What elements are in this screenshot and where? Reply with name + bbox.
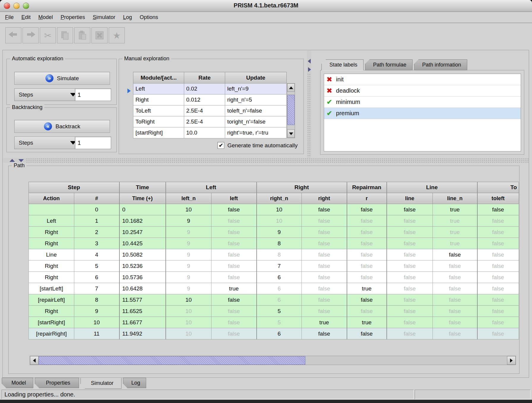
path-horizontal-scrollbar[interactable] [30,356,516,365]
menu-item-simulator[interactable]: Simulator [89,13,119,22]
path-group-header: Repairman [347,182,387,193]
path-cell: false [477,249,519,260]
menu-item-properties[interactable]: Properties [57,13,89,22]
scroll-up-icon[interactable] [287,83,295,92]
simulate-steps-input[interactable]: 1 [75,88,111,101]
path-step-row[interactable]: Right210.25479false9falsefalsefalsetruef… [29,227,519,238]
main-tab-properties[interactable]: Properties [35,378,79,388]
path-group-header: Left [166,182,257,193]
path-cell: false [211,272,257,283]
path-column-header[interactable]: left [211,193,257,204]
path-step-row[interactable]: Right310.44259false8falsefalsefalsetruef… [29,238,519,249]
backtrack-steps-input[interactable]: 1 [75,137,111,149]
path-step-row[interactable]: [startRight]1011.667710false5truetruefal… [29,317,519,328]
path-column-header[interactable]: Action [29,193,74,204]
tab-path-formulae[interactable]: Path formulae [365,59,413,70]
path-column-header[interactable]: # [74,193,119,204]
state-label-item[interactable]: ✖deadlock [324,85,521,97]
paste-button[interactable] [74,27,90,43]
path-cell: 9 [257,227,302,238]
delete-button[interactable] [91,27,108,43]
undo-button[interactable] [5,27,21,43]
main-tab-log[interactable]: Log [123,378,146,388]
path-cell: 11 [74,328,119,339]
path-column-header[interactable]: right [302,193,347,204]
path-column-header[interactable]: r [347,193,387,204]
path-cell: 5 [257,306,302,317]
path-step-row[interactable]: [repairLeft]811.557710false6falsefalsefa… [29,294,519,306]
manual-column-header[interactable]: Update [225,72,287,83]
transition-cell: Left [133,83,184,94]
transition-row[interactable]: Right0.012right_n'=5 [133,94,287,105]
tab-state-labels[interactable]: State labels [321,59,364,70]
scroll-right-icon[interactable] [507,356,516,365]
menu-item-edit[interactable]: Edit [18,13,34,22]
path-column-header[interactable]: toleft [477,193,519,204]
path-cell: false [211,328,257,339]
manual-table-header: Module/[act...RateUpdate [133,72,287,83]
path-column-header[interactable]: line [387,193,433,204]
collapse-up-icon[interactable] [10,159,15,162]
vertical-splitter[interactable] [307,50,311,157]
path-step-row[interactable]: Line410.50829false8falsefalsefalsefalsef… [29,249,519,260]
path-cell: false [477,260,519,272]
check-icon: ✔ [326,110,332,117]
star-button[interactable]: ★ [109,27,125,43]
path-cell: true [302,317,347,328]
path-column-header[interactable]: right_n [257,193,302,204]
path-step-row[interactable]: Left110.16829false10falsefalsefalsetruef… [29,215,519,227]
state-label-item[interactable]: ✔minimum [324,97,521,108]
path-cell: true [433,227,477,238]
main-tab-model[interactable]: Model [2,378,33,388]
simulate-steps-combo[interactable]: Steps [14,88,80,101]
cut-button[interactable]: ✂ [40,27,56,43]
path-column-header[interactable]: line_n [433,193,477,204]
transition-row[interactable]: ToRight2.5E-4toright_n'=false [133,116,287,127]
manual-column-header[interactable]: Module/[act... [133,72,184,83]
backtrack-button[interactable]: « Backtrack [14,120,110,133]
path-cell: false [302,283,347,294]
horizontal-splitter[interactable] [3,158,529,163]
generate-time-checkbox[interactable]: ✔ [217,142,224,149]
manual-table-scrollbar[interactable] [287,83,295,138]
collapse-left-icon[interactable] [308,59,311,64]
menu-item-model[interactable]: Model [34,13,57,22]
delete-icon [95,31,104,40]
path-step-row[interactable]: 0010false10falsefalsefalsetruefalse [29,204,519,215]
menu-item-file[interactable]: File [1,13,18,22]
scroll-down-icon[interactable] [287,129,295,138]
path-step-row[interactable]: [startLeft]710.64289true6falsetruefalsef… [29,283,519,294]
path-cell: 11.6525 [119,306,166,317]
redo-button[interactable] [23,27,39,43]
path-step-row[interactable]: Right610.57369false6falsefalsefalsefalse… [29,272,519,283]
menu-item-options[interactable]: Options [136,13,162,22]
state-label-item[interactable]: ✔premium [324,108,521,119]
path-cell: Right [29,272,74,283]
manual-column-header[interactable]: Rate [184,72,225,83]
path-group-header: Step [29,182,119,193]
path-column-header[interactable]: Time (+) [119,193,166,204]
backtrack-steps-combo[interactable]: Steps [14,137,80,149]
path-step-row[interactable]: Right510.52369false7falsefalsefalsefalse… [29,260,519,272]
scrollbar-thumb[interactable] [287,95,295,125]
tab-path-information[interactable]: Path information [414,59,467,70]
path-step-row[interactable]: Right911.652510false5falsefalsefalsefals… [29,306,519,317]
scrollbar-thumb[interactable] [39,356,305,365]
copy-button[interactable] [57,27,73,43]
simulate-button[interactable]: » Simulate [14,72,110,85]
path-cell: false [302,227,347,238]
path-cell: 10 [166,306,211,317]
collapse-right-icon[interactable] [308,67,311,72]
collapse-down-icon[interactable] [18,159,24,162]
transition-row[interactable]: [startRight]10.0right'=true, r'=tru [133,127,287,138]
path-step-row[interactable]: [repairRight]1111.949210false6falsefalse… [29,328,519,339]
scroll-left-icon[interactable] [30,356,39,365]
transition-row[interactable]: ToLeft2.5E-4toleft_n'=false [133,105,287,116]
backtracking-group: Backtracking « Backtrack Steps 1 [7,108,117,153]
path-column-header[interactable]: left_n [166,193,211,204]
path-cell: Right [29,260,74,272]
menu-item-log[interactable]: Log [119,13,136,22]
transition-row[interactable]: Left0.02left_n'=9 [133,83,287,94]
main-tab-simulator[interactable]: Simulator [80,378,121,389]
state-label-item[interactable]: ✖init [324,74,521,85]
